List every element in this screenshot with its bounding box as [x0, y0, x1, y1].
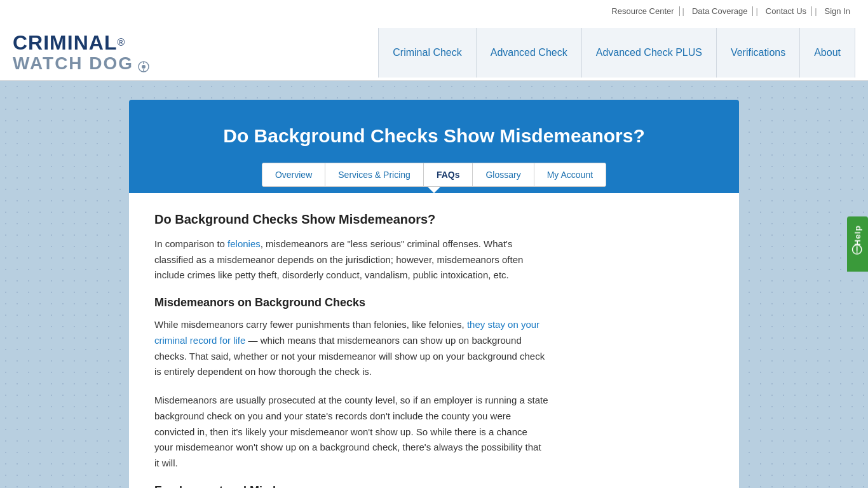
help-icon: ⓘ [851, 252, 864, 263]
tab-overview[interactable]: Overview [262, 163, 325, 186]
hero-title: Do Background Checks Show Misdemeanors? [142, 125, 726, 147]
tab-my-account[interactable]: My Account [534, 163, 606, 186]
tab-faqs[interactable]: FAQs [424, 163, 473, 186]
section1-heading: Do Background Checks Show Misdemeanors? [154, 212, 714, 227]
section1-paragraph: In comparison to felonies, misdemeanors … [154, 236, 548, 283]
nav-advanced-check-plus[interactable]: Advanced Check PLUS [581, 28, 716, 78]
nav-about[interactable]: About [799, 28, 855, 78]
sub-nav: Overview Services & Pricing FAQs Glossar… [262, 163, 606, 187]
tab-arrow [428, 187, 440, 193]
svg-point-1 [142, 65, 146, 69]
felonies-link[interactable]: felonies [227, 238, 261, 249]
page-background: Do Background Checks Show Misdemeanors? … [0, 81, 868, 488]
content-area: Do Background Checks Show Misdemeanors? … [129, 193, 739, 488]
logo-criminal-text: CRIMINAL [13, 31, 117, 54]
watchdog-icon [137, 60, 150, 73]
tab-glossary[interactable]: Glossary [473, 163, 534, 186]
top-nav: Resource Center | Data Coverage | Contac… [606, 6, 855, 16]
help-button[interactable]: ⓘ Help [847, 216, 868, 271]
tab-services[interactable]: Services & Pricing [325, 163, 424, 186]
nav-criminal-check[interactable]: Criminal Check [378, 28, 475, 78]
logo[interactable]: CRIMINAL® WATCH DOG [13, 25, 150, 80]
hero-banner: Do Background Checks Show Misdemeanors? … [129, 100, 739, 193]
resource-center-link[interactable]: Resource Center [606, 6, 679, 16]
section3-heading: Employment and Misdemeanors [154, 484, 714, 488]
sub-nav-wrapper: Overview Services & Pricing FAQs Glossar… [142, 163, 726, 193]
logo-watchdog-text: WATCH DOG [13, 53, 133, 73]
section2-heading: Misdemeanors on Background Checks [154, 296, 714, 309]
help-label: Help [853, 225, 862, 245]
criminal-record-link[interactable]: they stay on your criminal record for li… [154, 319, 539, 346]
nav-verifications[interactable]: Verifications [716, 28, 799, 78]
data-coverage-link[interactable]: Data Coverage [687, 6, 753, 16]
nav-advanced-check[interactable]: Advanced Check [476, 28, 581, 78]
main-nav: Criminal Check Advanced Check Advanced C… [378, 28, 855, 78]
contact-us-link[interactable]: Contact Us [761, 6, 812, 16]
sign-in-link[interactable]: Sign In [820, 6, 855, 16]
site-header: Resource Center | Data Coverage | Contac… [0, 0, 868, 81]
section2-paragraph2: Misdemeanors are usually prosecuted at t… [154, 393, 548, 471]
logo-reg: ® [117, 37, 125, 48]
section2-paragraph1: While misdemeanors carry fewer punishmen… [154, 317, 548, 380]
